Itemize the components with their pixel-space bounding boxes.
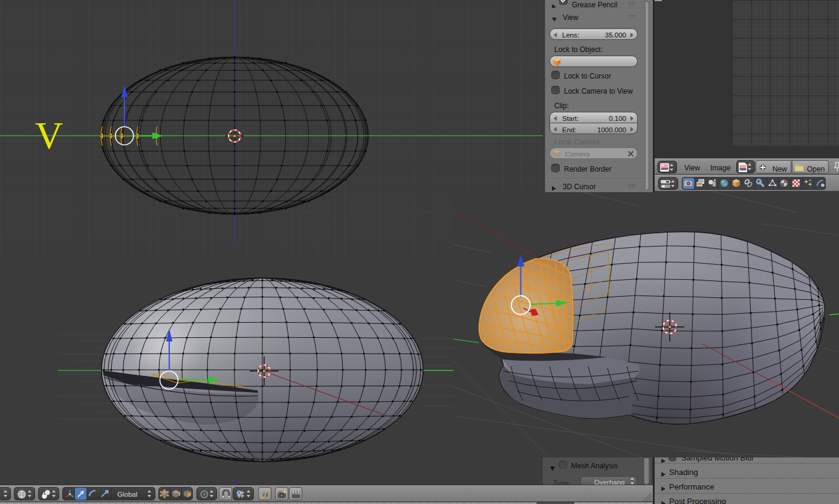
svg-text:V: V <box>35 114 63 157</box>
